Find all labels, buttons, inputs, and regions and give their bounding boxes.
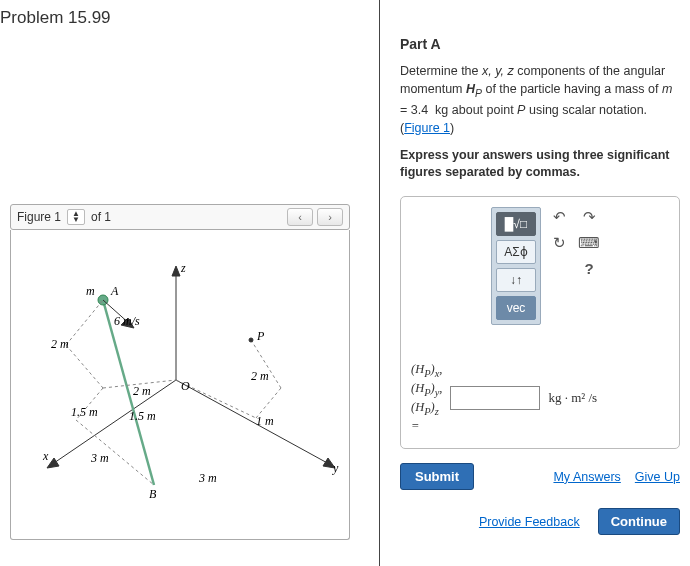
label-1.5-ctr: 1.5 m [129,409,156,423]
subscript-tool-button[interactable]: ↓↑ [496,268,536,292]
figure-label: Figure 1 [17,210,61,224]
svg-point-10 [249,338,253,342]
submit-button[interactable]: Submit [400,463,474,490]
svg-marker-1 [172,266,180,276]
figure-count: of 1 [91,210,111,224]
sqrt-tool-button[interactable]: █√□ [496,212,536,236]
redo-icon[interactable]: ↷ [579,207,599,227]
svg-line-4 [176,380,331,465]
label-3m-right: 3 m [198,471,217,485]
svg-line-2 [51,380,176,465]
figure-link[interactable]: Figure 1 [404,121,450,135]
prompt-text: Determine the x, y, z components of the … [400,62,680,137]
label-vel: 6 m/s [114,314,140,328]
provide-feedback-link[interactable]: Provide Feedback [479,515,580,529]
vec-tool-button[interactable]: vec [496,296,536,320]
figure-header: Figure 1 ▲▼ of 1 ‹ › [10,204,350,230]
part-heading: Part A [400,36,680,52]
keyboard-icon[interactable]: ⌨ [579,233,599,253]
figure-next-button[interactable]: › [317,208,343,226]
label-A: A [110,284,119,298]
label-1.5-lower: 1.5 m [71,405,98,419]
figure-selector[interactable]: ▲▼ [67,209,85,224]
instruction-text: Express your answers using three signifi… [400,147,680,182]
figure-panel: Figure 1 ▲▼ of 1 ‹ › [0,204,360,540]
svg-marker-3 [47,458,59,468]
label-z: z [180,261,186,275]
label-B: B [149,487,157,501]
greek-tool-button[interactable]: ΑΣϕ [496,240,536,264]
label-y: y [332,461,339,475]
figure-prev-button[interactable]: ‹ [287,208,313,226]
label-P: P [256,329,265,343]
help-icon[interactable]: ? [579,259,599,279]
answer-box: █√□ ΑΣϕ ↓↑ vec ↶ ↷ ↻ ⌨ ? [400,196,680,449]
label-1m: 1 m [256,414,274,428]
answer-lhs: (HP)x, (HP)y, (HP)z = [411,361,442,434]
label-m: m [86,284,95,298]
label-x: x [42,449,49,463]
answer-input[interactable] [450,386,540,410]
label-2m-right: 2 m [251,369,269,383]
label-3m-left: 3 m [90,451,109,465]
label-2m-mid: 2 m [133,384,151,398]
my-answers-link[interactable]: My Answers [553,470,620,484]
problem-title: Problem 15.99 [0,0,379,28]
figure-canvas: m A 6 m/s 2 m 1.5 m 2 m 1.5 m 3 m 3 m B … [10,230,350,540]
equation-toolbar: █√□ ΑΣϕ ↓↑ vec ↶ ↷ ↻ ⌨ ? [491,207,599,325]
undo-icon[interactable]: ↶ [549,207,569,227]
label-2m-left: 2 m [51,337,69,351]
selector-up-down-icon: ▲▼ [72,211,80,222]
reset-icon[interactable]: ↻ [549,233,569,253]
physics-diagram: m A 6 m/s 2 m 1.5 m 2 m 1.5 m 3 m 3 m B … [21,240,361,530]
units-label: kg · m² /s [548,390,597,406]
chevron-right-icon: › [328,211,332,223]
chevron-left-icon: ‹ [298,211,302,223]
continue-button[interactable]: Continue [598,508,680,535]
give-up-link[interactable]: Give Up [635,470,680,484]
label-O: O [181,379,190,393]
